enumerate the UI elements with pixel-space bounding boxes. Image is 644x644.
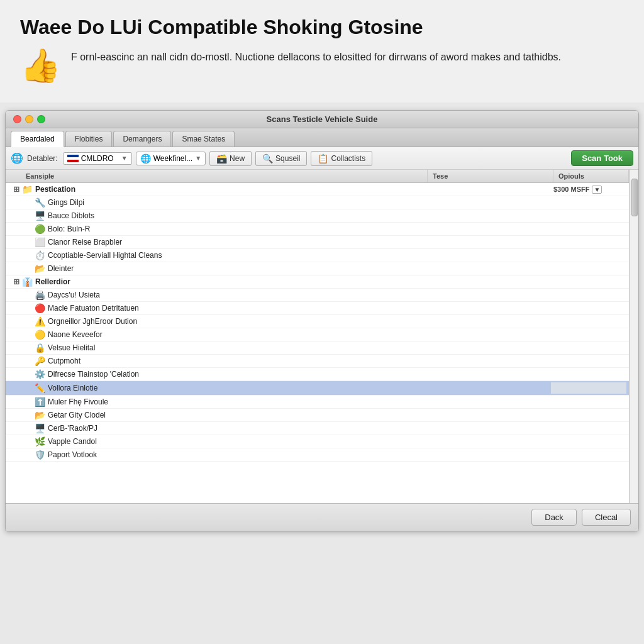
tree-item-icon: 📂 xyxy=(35,410,45,420)
list-item[interactable]: 🖨️ Daycs'u! Usieta xyxy=(6,289,629,302)
tree-value: $300 MSFF ▼ xyxy=(551,186,626,194)
scan-took-button[interactable]: Scan Took xyxy=(571,150,633,166)
tree-item-icon: 📁 xyxy=(22,184,33,194)
tree-item-icon: 🖨️ xyxy=(35,290,45,300)
tree-panel[interactable]: Eansiple Tese Opiouls ⊞ 📁 Pestication $3… xyxy=(6,170,630,503)
tree-item-label: Dleinter xyxy=(48,264,551,273)
tree-item-icon: 🔧 xyxy=(35,197,45,208)
tree-item-label: Vapple Candol xyxy=(48,437,551,446)
tree-item-label: Macle Fatuaton Detritatuen xyxy=(48,304,551,313)
scrollbar[interactable] xyxy=(630,170,638,503)
flag-icon xyxy=(67,155,79,162)
tree-item-label: Muler Fhę Fivoule xyxy=(48,397,551,406)
maximize-button[interactable] xyxy=(37,115,45,123)
chevron-down-icon: ▼ xyxy=(121,155,128,162)
tree-item-icon: 🌿 xyxy=(35,436,45,447)
tree-item-icon: 🖥️ xyxy=(35,211,45,221)
tree-item-icon: 🟢 xyxy=(35,224,45,234)
cmldro-select[interactable]: CMLDRO ▼ xyxy=(63,152,132,165)
list-item[interactable]: ⬆️ Muler Fhę Fivoule xyxy=(6,396,629,409)
tree-expand-icon[interactable]: ⊞ xyxy=(11,277,22,286)
list-item[interactable]: 📂 Getar Gity Clodel xyxy=(6,409,629,422)
toolbar: 🌐 Detabler: CMLDRO ▼ 🌐 Weekfinel... ▼ 🗃️… xyxy=(6,147,638,170)
app-window: Scans Testicle Vehicle Suide Beardaled F… xyxy=(5,110,639,531)
tree-item-label: Vollora Einlotie xyxy=(48,384,551,392)
tree-item-label: Orgneillor JghEroor Dution xyxy=(48,317,551,326)
tab-flobities[interactable]: Flobities xyxy=(65,131,113,147)
tree-item-label: Daycs'u! Usieta xyxy=(48,291,551,299)
new-icon: 🗃️ xyxy=(216,153,227,164)
list-item[interactable]: 🖥️ CerB-'Raok/PJ xyxy=(6,422,629,435)
list-item[interactable]: 🔴 Macle Fatuaton Detritatuen xyxy=(6,302,629,315)
dropdown-icon[interactable]: ▼ xyxy=(592,186,602,194)
tree-item-label: Paport Votlook xyxy=(48,450,551,459)
tree-item-label: Cutpmoht xyxy=(48,357,551,365)
tree-item-label: Gings Dilpi xyxy=(48,198,551,207)
collactists-button[interactable]: 📋 Collactists xyxy=(311,151,372,166)
list-item[interactable]: 🔧 Gings Dilpi xyxy=(6,196,629,209)
window-title: Scans Testicle Vehicle Suide xyxy=(267,114,378,124)
tree-rows-container: ⊞ 📁 Pestication $300 MSFF ▼ 🔧 Gings Dilp… xyxy=(6,183,629,462)
col-opiouls: Opiouls xyxy=(553,170,629,182)
list-item[interactable]: ⬜ Clanor Reise Brapbler xyxy=(6,236,629,249)
col-eansiple: Eansiple xyxy=(6,170,428,182)
chevron-down2-icon: ▼ xyxy=(195,155,201,162)
tree-item-icon: 👔 xyxy=(22,277,33,287)
tree-item-label: Bolo: Buln-R xyxy=(48,225,551,233)
clecal-button[interactable]: Clecal xyxy=(582,509,631,526)
list-item[interactable]: ⊞ 👔 Rellerdior xyxy=(6,275,629,289)
list-item[interactable]: ⏱️ Ccoptiable-Serviall Hightal Cleans xyxy=(6,249,629,262)
promo-section: Waee Do LUi Compatible Shoking Gtosine 👍… xyxy=(0,0,644,103)
list-item[interactable]: 📂 Dleinter xyxy=(6,262,629,275)
tree-item-icon: 🖥️ xyxy=(35,423,45,433)
list-item[interactable]: ✏️ Vollora Einlotie xyxy=(6,381,629,396)
tree-expand-icon[interactable]: ⊞ xyxy=(11,185,22,194)
titlebar: Scans Testicle Vehicle Suide xyxy=(6,111,638,128)
promo-title: Waee Do LUi Compatible Shoking Gtosine xyxy=(20,15,624,39)
tree-item-icon: 🔴 xyxy=(35,303,45,313)
close-button[interactable] xyxy=(13,115,21,123)
promo-body: 👍 F ornl-eascinc an nall cidn do-mostl. … xyxy=(20,49,624,85)
new-button[interactable]: 🗃️ New xyxy=(209,151,252,166)
dack-button[interactable]: Dack xyxy=(531,509,577,526)
minimize-button[interactable] xyxy=(25,115,33,123)
tree-item-label: Pestication xyxy=(35,185,551,194)
tree-item-icon: ✏️ xyxy=(35,383,45,393)
list-item[interactable]: 🟢 Bolo: Buln-R xyxy=(6,223,629,236)
tree-item-icon: ⬆️ xyxy=(35,397,45,407)
tree-item-icon: ⚙️ xyxy=(35,369,45,379)
weekfinel-select[interactable]: 🌐 Weekfinel... ▼ xyxy=(136,152,206,165)
list-item[interactable]: 🔒 Velsue Hielital xyxy=(6,341,629,355)
list-item[interactable]: ⚙️ Difrecse Tiainstop 'Celation xyxy=(6,368,629,381)
tab-demangers[interactable]: Demangers xyxy=(113,131,171,147)
tree-item-label: Difrecse Tiainstop 'Celation xyxy=(48,370,551,379)
tree-item-label: Bauce Diblots xyxy=(48,211,551,220)
tree-item-label: Rellerdior xyxy=(35,277,551,286)
cmldro-value: CMLDRO xyxy=(81,154,114,163)
content-area: Eansiple Tese Opiouls ⊞ 📁 Pestication $3… xyxy=(6,170,638,503)
promo-emoji: 👍 xyxy=(20,47,61,85)
tab-beardaled[interactable]: Beardaled xyxy=(11,131,64,147)
squseil-button[interactable]: 🔍 Squseil xyxy=(255,151,307,166)
globe2-icon: 🌐 xyxy=(140,153,151,164)
list-item[interactable]: 🔑 Cutpmoht xyxy=(6,355,629,368)
table-header: Eansiple Tese Opiouls xyxy=(6,170,629,183)
tab-smae-states[interactable]: Smae States xyxy=(172,131,235,147)
tree-item-label: Getar Gity Clodel xyxy=(48,411,551,419)
list-item[interactable]: ⚠️ Orgneillor JghEroor Dution xyxy=(6,315,629,328)
tree-item-icon: 🔑 xyxy=(35,356,45,366)
list-item[interactable]: ⊞ 📁 Pestication $300 MSFF ▼ xyxy=(6,183,629,196)
list-item[interactable]: 🌿 Vapple Candol xyxy=(6,435,629,448)
tree-item-icon: ⏱️ xyxy=(35,250,45,260)
scrollbar-thumb[interactable] xyxy=(631,179,638,216)
list-item[interactable]: 🖥️ Bauce Diblots xyxy=(6,209,629,223)
tab-bar: Beardaled Flobities Demangers Smae State… xyxy=(6,128,638,147)
titlebar-buttons xyxy=(13,115,45,123)
tree-value-empty xyxy=(551,382,626,394)
tree-item-icon: ⬜ xyxy=(35,237,45,247)
tree-item-label: Clanor Reise Brapbler xyxy=(48,238,551,247)
list-item[interactable]: 🟡 Naone Keveefor xyxy=(6,328,629,341)
tree-item-icon: ⚠️ xyxy=(35,316,45,326)
list-item[interactable]: 🛡️ Paport Votlook xyxy=(6,448,629,462)
tree-item-label: CerB-'Raok/PJ xyxy=(48,424,551,433)
